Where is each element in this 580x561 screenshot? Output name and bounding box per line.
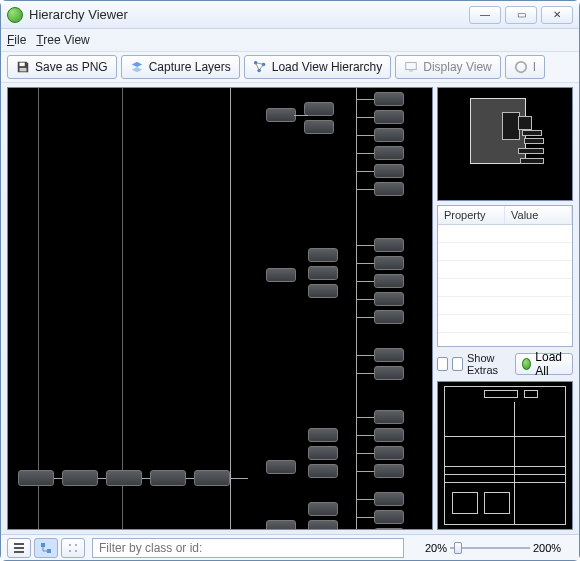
statusbar: 20% 200% (1, 534, 579, 560)
tree-node[interactable] (266, 268, 296, 282)
invalidate-icon (514, 60, 528, 74)
close-button[interactable]: ✕ (541, 6, 573, 24)
tree-node[interactable] (374, 128, 404, 142)
tree-node[interactable] (374, 348, 404, 362)
menu-file[interactable]: File (7, 33, 26, 47)
tree-node[interactable] (374, 92, 404, 106)
layout-wireframe[interactable] (437, 381, 573, 530)
tree-node[interactable] (266, 108, 296, 122)
tree-node[interactable] (308, 446, 338, 460)
menu-tree-view[interactable]: Tree View (36, 33, 89, 47)
svg-rect-1 (20, 68, 27, 72)
toolbar: Save as PNG Capture Layers Load View Hie… (1, 51, 579, 83)
tree-node[interactable] (374, 182, 404, 196)
zoom-max-label: 200% (533, 542, 573, 554)
view-mode-tree-button[interactable] (34, 538, 58, 558)
col-value[interactable]: Value (505, 206, 572, 224)
show-extras-checkbox[interactable] (452, 357, 463, 371)
svg-rect-8 (41, 543, 45, 547)
tree-node[interactable] (374, 274, 404, 288)
tree-node[interactable] (374, 446, 404, 460)
col-property[interactable]: Property (438, 206, 505, 224)
app-window: Hierarchy Viewer — ▭ ✕ File Tree View Sa… (0, 0, 580, 561)
tree-node[interactable] (374, 310, 404, 324)
tree-node[interactable] (374, 464, 404, 478)
svg-rect-6 (410, 71, 414, 72)
tree-node[interactable] (304, 120, 334, 134)
layers-icon (130, 60, 144, 74)
titlebar: Hierarchy Viewer — ▭ ✕ (1, 1, 579, 29)
tree-node[interactable] (374, 238, 404, 252)
tree-node[interactable] (106, 470, 142, 486)
view-mode-grid-button[interactable] (61, 538, 85, 558)
tree-node[interactable] (308, 502, 338, 516)
view-mode-list-button[interactable] (7, 538, 31, 558)
tree-node[interactable] (308, 428, 338, 442)
overview-minimap[interactable] (437, 87, 573, 201)
tree-node[interactable] (374, 510, 404, 524)
extras-row: Show Extras Load All (437, 351, 573, 377)
svg-point-13 (75, 550, 77, 552)
maximize-button[interactable]: ▭ (505, 6, 537, 24)
table-row (438, 225, 572, 243)
tree-node[interactable] (150, 470, 186, 486)
properties-table: Property Value (437, 205, 573, 347)
display-icon (404, 60, 418, 74)
load-view-hierarchy-label: Load View Hierarchy (272, 60, 383, 74)
load-view-hierarchy-button[interactable]: Load View Hierarchy (244, 55, 392, 79)
tree-node[interactable] (18, 470, 54, 486)
properties-body (438, 225, 572, 346)
zoom-min-label: 20% (407, 542, 447, 554)
window-controls: — ▭ ✕ (469, 6, 573, 24)
table-row (438, 261, 572, 279)
svg-point-10 (69, 544, 71, 546)
svg-rect-5 (406, 63, 417, 70)
capture-layers-button[interactable]: Capture Layers (121, 55, 240, 79)
tree-node[interactable] (308, 520, 338, 530)
svg-point-7 (516, 62, 527, 73)
zoom-slider[interactable] (450, 538, 530, 558)
table-row (438, 297, 572, 315)
app-icon (7, 7, 23, 23)
content-area: Property Value Show Extras (1, 83, 579, 534)
tree-node[interactable] (304, 102, 334, 116)
tree-node[interactable] (374, 146, 404, 160)
show-extras-checkbox-outer[interactable] (437, 357, 448, 371)
invalidate-button[interactable]: I (505, 55, 545, 79)
tree-node[interactable] (266, 520, 296, 530)
display-view-button[interactable]: Display View (395, 55, 500, 79)
tree-node[interactable] (374, 410, 404, 424)
table-row (438, 315, 572, 333)
table-row (438, 243, 572, 261)
filter-input[interactable] (92, 538, 404, 558)
tree-node[interactable] (374, 110, 404, 124)
tree-node[interactable] (374, 528, 404, 530)
tree-node[interactable] (374, 292, 404, 306)
window-title: Hierarchy Viewer (29, 7, 469, 22)
tree-node[interactable] (374, 492, 404, 506)
tree-node[interactable] (308, 248, 338, 262)
tree-node[interactable] (374, 366, 404, 380)
tree-node[interactable] (62, 470, 98, 486)
tree-node[interactable] (374, 256, 404, 270)
minimize-button[interactable]: — (469, 6, 501, 24)
load-all-label: Load All (535, 350, 566, 378)
tree-node[interactable] (308, 266, 338, 280)
tree-node[interactable] (308, 284, 338, 298)
tree-node[interactable] (374, 164, 404, 178)
tree-node[interactable] (308, 464, 338, 478)
display-view-label: Display View (423, 60, 491, 74)
load-all-button[interactable]: Load All (515, 353, 573, 375)
tree-node[interactable] (266, 460, 296, 474)
save-as-png-label: Save as PNG (35, 60, 108, 74)
hierarchy-canvas[interactable] (7, 87, 433, 530)
table-row (438, 279, 572, 297)
disk-icon (16, 60, 30, 74)
save-as-png-button[interactable]: Save as PNG (7, 55, 117, 79)
tree-node[interactable] (374, 428, 404, 442)
svg-point-11 (75, 544, 77, 546)
hierarchy-icon (253, 60, 267, 74)
left-pane (7, 87, 433, 530)
tree-node[interactable] (194, 470, 230, 486)
svg-point-12 (69, 550, 71, 552)
